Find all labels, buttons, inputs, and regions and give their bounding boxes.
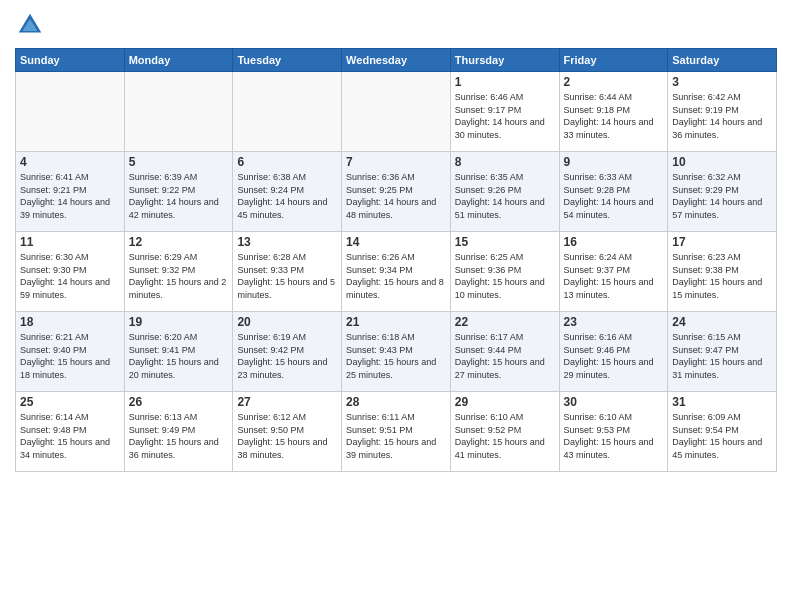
calendar-cell: 30 Sunrise: 6:10 AMSunset: 9:53 PMDaylig… [559, 392, 668, 472]
header-row: SundayMondayTuesdayWednesdayThursdayFrid… [16, 49, 777, 72]
day-info: Sunrise: 6:25 AMSunset: 9:36 PMDaylight:… [455, 251, 555, 301]
calendar-cell [233, 72, 342, 152]
calendar-cell [342, 72, 451, 152]
calendar-cell: 29 Sunrise: 6:10 AMSunset: 9:52 PMDaylig… [450, 392, 559, 472]
calendar-cell: 2 Sunrise: 6:44 AMSunset: 9:18 PMDayligh… [559, 72, 668, 152]
weekday-header: Wednesday [342, 49, 451, 72]
day-info: Sunrise: 6:46 AMSunset: 9:17 PMDaylight:… [455, 91, 555, 141]
day-number: 15 [455, 235, 555, 249]
day-number: 28 [346, 395, 446, 409]
day-info: Sunrise: 6:12 AMSunset: 9:50 PMDaylight:… [237, 411, 337, 461]
calendar-cell: 20 Sunrise: 6:19 AMSunset: 9:42 PMDaylig… [233, 312, 342, 392]
calendar-cell: 8 Sunrise: 6:35 AMSunset: 9:26 PMDayligh… [450, 152, 559, 232]
calendar-cell: 27 Sunrise: 6:12 AMSunset: 9:50 PMDaylig… [233, 392, 342, 472]
day-number: 18 [20, 315, 120, 329]
calendar-cell: 15 Sunrise: 6:25 AMSunset: 9:36 PMDaylig… [450, 232, 559, 312]
day-number: 12 [129, 235, 229, 249]
calendar-cell [124, 72, 233, 152]
day-info: Sunrise: 6:26 AMSunset: 9:34 PMDaylight:… [346, 251, 446, 301]
weekday-header: Sunday [16, 49, 125, 72]
weekday-header: Thursday [450, 49, 559, 72]
day-number: 25 [20, 395, 120, 409]
day-number: 22 [455, 315, 555, 329]
calendar-cell: 16 Sunrise: 6:24 AMSunset: 9:37 PMDaylig… [559, 232, 668, 312]
day-info: Sunrise: 6:38 AMSunset: 9:24 PMDaylight:… [237, 171, 337, 221]
day-info: Sunrise: 6:35 AMSunset: 9:26 PMDaylight:… [455, 171, 555, 221]
day-info: Sunrise: 6:30 AMSunset: 9:30 PMDaylight:… [20, 251, 120, 301]
page: SundayMondayTuesdayWednesdayThursdayFrid… [0, 0, 792, 612]
header [15, 10, 777, 40]
calendar-cell: 19 Sunrise: 6:20 AMSunset: 9:41 PMDaylig… [124, 312, 233, 392]
day-number: 26 [129, 395, 229, 409]
calendar-cell: 11 Sunrise: 6:30 AMSunset: 9:30 PMDaylig… [16, 232, 125, 312]
calendar-cell: 10 Sunrise: 6:32 AMSunset: 9:29 PMDaylig… [668, 152, 777, 232]
day-info: Sunrise: 6:44 AMSunset: 9:18 PMDaylight:… [564, 91, 664, 141]
day-number: 16 [564, 235, 664, 249]
day-number: 4 [20, 155, 120, 169]
day-info: Sunrise: 6:13 AMSunset: 9:49 PMDaylight:… [129, 411, 229, 461]
day-number: 19 [129, 315, 229, 329]
day-number: 8 [455, 155, 555, 169]
day-info: Sunrise: 6:17 AMSunset: 9:44 PMDaylight:… [455, 331, 555, 381]
day-number: 11 [20, 235, 120, 249]
weekday-header: Friday [559, 49, 668, 72]
calendar-cell: 23 Sunrise: 6:16 AMSunset: 9:46 PMDaylig… [559, 312, 668, 392]
day-number: 6 [237, 155, 337, 169]
day-number: 3 [672, 75, 772, 89]
calendar-cell: 7 Sunrise: 6:36 AMSunset: 9:25 PMDayligh… [342, 152, 451, 232]
calendar-cell: 5 Sunrise: 6:39 AMSunset: 9:22 PMDayligh… [124, 152, 233, 232]
day-number: 7 [346, 155, 446, 169]
logo [15, 10, 49, 40]
day-info: Sunrise: 6:14 AMSunset: 9:48 PMDaylight:… [20, 411, 120, 461]
day-number: 1 [455, 75, 555, 89]
day-number: 23 [564, 315, 664, 329]
calendar-cell: 13 Sunrise: 6:28 AMSunset: 9:33 PMDaylig… [233, 232, 342, 312]
day-info: Sunrise: 6:29 AMSunset: 9:32 PMDaylight:… [129, 251, 229, 301]
calendar-cell: 9 Sunrise: 6:33 AMSunset: 9:28 PMDayligh… [559, 152, 668, 232]
weekday-header: Saturday [668, 49, 777, 72]
day-number: 2 [564, 75, 664, 89]
day-info: Sunrise: 6:18 AMSunset: 9:43 PMDaylight:… [346, 331, 446, 381]
calendar-cell: 3 Sunrise: 6:42 AMSunset: 9:19 PMDayligh… [668, 72, 777, 152]
calendar-week-row: 11 Sunrise: 6:30 AMSunset: 9:30 PMDaylig… [16, 232, 777, 312]
day-info: Sunrise: 6:21 AMSunset: 9:40 PMDaylight:… [20, 331, 120, 381]
calendar-week-row: 4 Sunrise: 6:41 AMSunset: 9:21 PMDayligh… [16, 152, 777, 232]
day-number: 31 [672, 395, 772, 409]
day-number: 14 [346, 235, 446, 249]
calendar-cell: 1 Sunrise: 6:46 AMSunset: 9:17 PMDayligh… [450, 72, 559, 152]
day-info: Sunrise: 6:10 AMSunset: 9:52 PMDaylight:… [455, 411, 555, 461]
calendar-cell: 6 Sunrise: 6:38 AMSunset: 9:24 PMDayligh… [233, 152, 342, 232]
day-number: 30 [564, 395, 664, 409]
day-number: 17 [672, 235, 772, 249]
day-info: Sunrise: 6:32 AMSunset: 9:29 PMDaylight:… [672, 171, 772, 221]
weekday-header: Monday [124, 49, 233, 72]
day-info: Sunrise: 6:36 AMSunset: 9:25 PMDaylight:… [346, 171, 446, 221]
day-info: Sunrise: 6:15 AMSunset: 9:47 PMDaylight:… [672, 331, 772, 381]
calendar-cell: 18 Sunrise: 6:21 AMSunset: 9:40 PMDaylig… [16, 312, 125, 392]
calendar-cell: 26 Sunrise: 6:13 AMSunset: 9:49 PMDaylig… [124, 392, 233, 472]
day-number: 9 [564, 155, 664, 169]
calendar-cell [16, 72, 125, 152]
calendar-cell: 14 Sunrise: 6:26 AMSunset: 9:34 PMDaylig… [342, 232, 451, 312]
calendar-cell: 24 Sunrise: 6:15 AMSunset: 9:47 PMDaylig… [668, 312, 777, 392]
day-info: Sunrise: 6:39 AMSunset: 9:22 PMDaylight:… [129, 171, 229, 221]
day-info: Sunrise: 6:24 AMSunset: 9:37 PMDaylight:… [564, 251, 664, 301]
day-number: 21 [346, 315, 446, 329]
day-number: 10 [672, 155, 772, 169]
day-info: Sunrise: 6:23 AMSunset: 9:38 PMDaylight:… [672, 251, 772, 301]
calendar-cell: 25 Sunrise: 6:14 AMSunset: 9:48 PMDaylig… [16, 392, 125, 472]
calendar-cell: 22 Sunrise: 6:17 AMSunset: 9:44 PMDaylig… [450, 312, 559, 392]
day-number: 24 [672, 315, 772, 329]
calendar-cell: 17 Sunrise: 6:23 AMSunset: 9:38 PMDaylig… [668, 232, 777, 312]
calendar-cell: 4 Sunrise: 6:41 AMSunset: 9:21 PMDayligh… [16, 152, 125, 232]
day-info: Sunrise: 6:11 AMSunset: 9:51 PMDaylight:… [346, 411, 446, 461]
day-info: Sunrise: 6:42 AMSunset: 9:19 PMDaylight:… [672, 91, 772, 141]
day-info: Sunrise: 6:16 AMSunset: 9:46 PMDaylight:… [564, 331, 664, 381]
calendar-week-row: 25 Sunrise: 6:14 AMSunset: 9:48 PMDaylig… [16, 392, 777, 472]
calendar-cell: 12 Sunrise: 6:29 AMSunset: 9:32 PMDaylig… [124, 232, 233, 312]
calendar-cell: 21 Sunrise: 6:18 AMSunset: 9:43 PMDaylig… [342, 312, 451, 392]
day-number: 27 [237, 395, 337, 409]
day-number: 20 [237, 315, 337, 329]
logo-icon [15, 10, 45, 40]
day-info: Sunrise: 6:19 AMSunset: 9:42 PMDaylight:… [237, 331, 337, 381]
